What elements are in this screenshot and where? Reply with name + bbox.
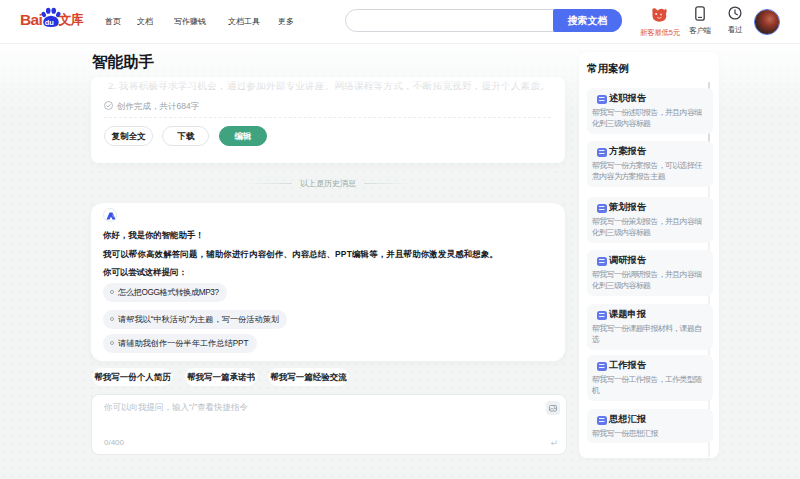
svg-text:du: du <box>45 18 55 27</box>
